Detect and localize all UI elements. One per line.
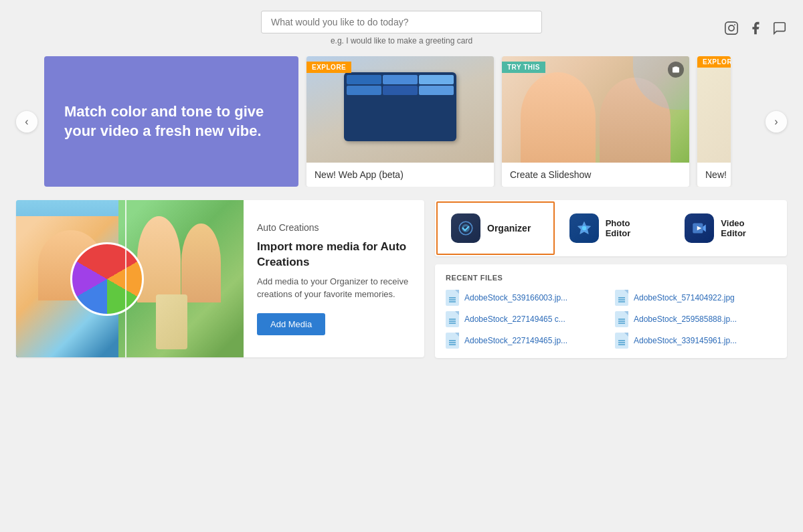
recent-file-5[interactable]: AdobeStock_339145961.jp... [615,333,776,349]
file-icon-2 [446,311,459,327]
recent-files-section: RECENT FILES AdobeStock_539166003.jp... … [435,264,787,358]
file-name-1: AdobeStock_571404922.jpg [634,293,735,302]
file-name-4: AdobeStock_227149465.jp... [464,336,567,345]
slideshow-label: Create a Slideshow [502,163,689,187]
file-icon-5 [615,333,628,349]
video-editor-label: Video Editor [721,218,746,238]
app-item-video-editor[interactable]: Video Editor [671,200,787,256]
organizer-label: Organizer [487,223,531,234]
slideshow-image-top: TRY THIS [502,56,689,163]
top-bar: e.g. I would like to make a greeting car… [0,0,803,56]
apps-section: Organizer Photo Editor [435,200,787,358]
svg-point-2 [734,24,735,25]
recent-file-2[interactable]: AdobeStock_227149465 c... [446,311,607,327]
file-icon-3 [615,311,628,327]
webapp-badge: EXPLORE [306,62,351,73]
video-editor-app-icon [685,213,714,243]
file-icon-4 [446,333,459,349]
recent-file-0[interactable]: AdobeStock_539166003.jp... [446,290,607,306]
promo-text: Match color and tone to give your video … [64,102,278,141]
search-hint: e.g. I would like to make a greeting car… [331,36,472,46]
carousel-item-slideshow[interactable]: TRY THIS Create a Slideshow [502,56,689,187]
svg-marker-9 [703,225,706,232]
auto-creations-content: Auto Creations Import more media for Aut… [244,200,424,357]
recent-file-4[interactable]: AdobeStock_227149465.jp... [446,333,607,349]
webapp-label: New! Web App (beta) [306,163,494,187]
recent-files-grid: AdobeStock_539166003.jp... AdobeStock_57… [446,290,776,349]
svg-point-5 [463,226,469,232]
add-media-button[interactable]: Add Media [257,313,325,335]
app-item-photo-editor[interactable]: Photo Editor [556,200,672,256]
file-name-5: AdobeStock_339145961.jp... [634,336,737,345]
carousel-item-promo[interactable]: Match color and tone to give your video … [44,56,298,187]
organizer-app-icon [451,213,480,243]
search-input[interactable] [261,11,542,33]
file-icon-0 [446,290,459,306]
social-icons [724,21,787,35]
app-item-organizer[interactable]: Organizer [436,201,555,255]
file-name-0: AdobeStock_539166003.jp... [464,293,567,302]
color-wheel [70,242,144,316]
auto-creations-card: Auto Creations Import more media for Aut… [16,200,424,357]
search-area: e.g. I would like to make a greeting car… [261,11,542,46]
svg-point-1 [729,25,734,31]
bottom-section: Auto Creations Import more media for Aut… [0,187,803,358]
auto-creations-title: Auto Creations [257,222,411,233]
recent-file-3[interactable]: AdobeStock_259585888.jp... [615,311,776,327]
photo-editor-label: Photo Editor [606,218,631,238]
share-icon[interactable] [772,21,787,35]
slideshow-badge: TRY THIS [502,62,545,73]
svg-point-7 [582,226,586,231]
instagram-icon[interactable] [724,21,739,35]
auto-creations-heading: Import more media for Auto Creations [257,240,411,269]
apps-row: Organizer Photo Editor [435,200,787,256]
recent-file-1[interactable]: AdobeStock_571404922.jpg [615,290,776,306]
card-image-top: EXPLORE [306,56,494,163]
file-name-2: AdobeStock_227149465 c... [464,315,565,324]
carousel-prev-button[interactable]: ‹ [16,111,37,132]
file-icon-1 [615,290,628,306]
file-name-3: AdobeStock_259585888.jp... [634,315,737,324]
carousel-item-webapp[interactable]: EXPLORE New! Web App (beta) [306,56,494,187]
carousel-next-button[interactable]: › [766,111,787,132]
auto-creations-desc: Add media to your Organizer to receive c… [257,275,411,301]
auto-creations-image [16,200,244,357]
svg-rect-0 [725,22,737,34]
carousel-section: ‹ Match color and tone to give your vide… [0,56,803,187]
pool-scene [16,200,244,357]
photo-editor-app-icon [569,213,599,243]
svg-point-4 [459,221,472,235]
facebook-icon[interactable] [748,21,763,35]
carousel-item-partial: EXPLORE New! [697,56,731,187]
carousel-items: Match color and tone to give your video … [44,56,759,187]
recent-files-title: RECENT FILES [446,274,776,282]
